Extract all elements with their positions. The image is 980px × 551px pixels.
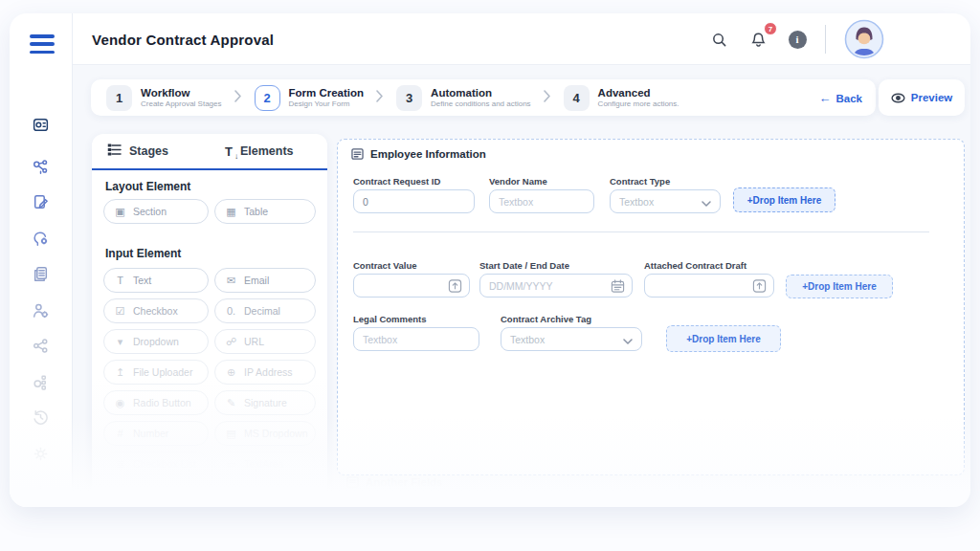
drop-zone-1[interactable]: +Drop Item Here [733,187,835,212]
step-number: 2 [255,85,280,111]
attached-contract-draft-field[interactable] [644,274,774,298]
url-link-icon: ☍ [225,336,237,348]
drop-zone-3[interactable]: +Drop Item Here [666,325,781,352]
schedule-board-icon[interactable] [30,113,53,136]
field-label: Contract Request ID [353,176,440,187]
step-form-creation[interactable]: 2 Form Creation Design Your Form [255,85,365,111]
signature-icon: ✎ [225,397,237,409]
chevron-down-icon [623,331,633,348]
settings-gear-icon[interactable] [30,442,53,465]
avatar[interactable] [844,19,884,59]
history-icon[interactable] [30,406,53,429]
ms-dropdown-icon: ▤ [225,428,237,440]
step-subtitle: Design Your Form [289,99,365,109]
palette-pill-text[interactable]: T Text [103,268,209,293]
palette-pill-textarea[interactable]: ▭ TextArea [214,452,316,476]
palette-pill-url[interactable]: ☍ URL [214,329,316,354]
contract-type-select[interactable]: Textbox [610,189,721,213]
legal-comments-input[interactable] [354,328,479,350]
file-upload-icon [448,278,462,293]
contract-request-id-field[interactable] [353,189,475,213]
text-icon: T [114,275,126,286]
date-input[interactable] [480,275,632,297]
drop-zone-2[interactable]: +Drop Item Here [786,275,893,298]
eye-icon [891,93,905,103]
vendor-name-field[interactable] [489,189,594,213]
row-divider [353,231,929,232]
modules-icon[interactable] [30,370,53,393]
contract-request-id-input[interactable] [354,190,474,212]
vendor-name-input[interactable] [490,190,593,212]
palette-pill-ms-dropdown[interactable]: ▤ MS Dropdown [214,421,316,446]
palette-pill-section[interactable]: ▣ Section [103,199,209,224]
section-title: Employee Information [370,148,486,160]
left-rail [10,13,73,507]
approval-flow-icon[interactable] [30,155,53,178]
preview-label: Preview [911,92,952,103]
notification-count-badge: 7 [764,22,777,35]
palette-pill-ghost [214,482,316,507]
palette-pill-dropdown[interactable]: ▾ Dropdown [103,329,209,354]
file-upload-icon: ↥ [114,366,126,379]
ghost-section-header: Another Fields [346,476,443,488]
palette-pill-ghost [103,482,209,507]
chevron-right-icon [544,89,551,106]
top-header: Vendor Contract Approval 7 i [73,13,970,65]
step-advanced[interactable]: 4 Advanced Configure more actions. [564,85,679,111]
documents-icon[interactable] [30,262,53,285]
field-label: Legal Comments [353,314,427,324]
back-label: Back [836,92,863,103]
checkbox-list-icon: ≣ [114,458,126,471]
back-button[interactable]: ← Back [819,91,863,105]
number-icon: # [114,428,126,439]
section-icon: ▣ [114,206,126,218]
dropdown-icon: ▾ [114,336,126,348]
calendar-icon [611,278,625,293]
palette-pill-checkbox-list[interactable]: ≣ Checkbox List [103,452,209,476]
step-automation[interactable]: 3 Automation Define conditions and actio… [396,85,531,111]
step-title: Automation [431,87,531,99]
palette-pill-signature[interactable]: ✎ Signature [214,390,316,415]
user-config-icon[interactable] [30,227,53,250]
field-label: Contract Archive Tag [501,314,591,324]
step-subtitle: Create Approval Stages [141,99,222,109]
step-number: 1 [106,85,132,111]
step-title: Form Creation [289,87,365,99]
back-arrow-icon: ← [819,91,832,105]
stages-list-icon [107,143,122,159]
document-edit-icon[interactable] [30,190,53,213]
radio-icon: ◉ [114,397,126,409]
ip-address-icon: ⊕ [225,366,237,379]
step-subtitle: Configure more actions. [598,99,679,109]
info-icon[interactable]: i [785,27,810,52]
table-icon: ▦ [225,206,237,218]
user-settings-icon[interactable] [30,298,53,321]
step-workflow[interactable]: 1 Workflow Create Approval Stages [106,85,222,111]
tab-stages[interactable]: Stages [92,134,210,168]
analytics-icon[interactable] [30,477,53,500]
tab-label: Elements [240,144,294,158]
form-section-employee-information[interactable]: Employee Information Contract Request ID… [337,139,965,475]
palette-pill-decimal[interactable]: 0. Decimal [214,298,316,323]
palette-pill-checkbox[interactable]: ☑ Checkbox [103,298,209,323]
palette-pill-radio-button[interactable]: ◉ Radio Button [103,390,209,415]
tab-elements[interactable]: T↓ Elements [210,134,327,168]
contract-archive-tag-select[interactable]: Textbox [501,327,642,351]
hamburger-menu-icon[interactable] [30,34,55,54]
typography-icon: T↓ [225,144,233,159]
file-upload-icon [752,278,767,293]
palette-pill-number[interactable]: # Number [103,421,209,446]
contract-value-field[interactable] [353,274,470,298]
share-nodes-icon[interactable] [30,334,53,357]
palette-pill-ip-address[interactable]: ⊕ IP Address [214,360,316,385]
search-icon[interactable] [706,27,731,52]
start-end-date-field[interactable] [479,274,633,298]
palette-tabs: Stages T↓ Elements [92,134,327,170]
field-label: Vendor Name [489,176,547,187]
palette-pill-email[interactable]: ✉ Email [214,268,316,293]
palette-pill-file-uploader[interactable]: ↥ File Uploader [103,360,209,385]
legal-comments-field[interactable] [353,327,479,351]
notifications-bell-icon[interactable]: 7 [746,27,770,52]
palette-pill-table[interactable]: ▦ Table [214,199,316,224]
preview-button[interactable]: Preview [879,79,965,116]
